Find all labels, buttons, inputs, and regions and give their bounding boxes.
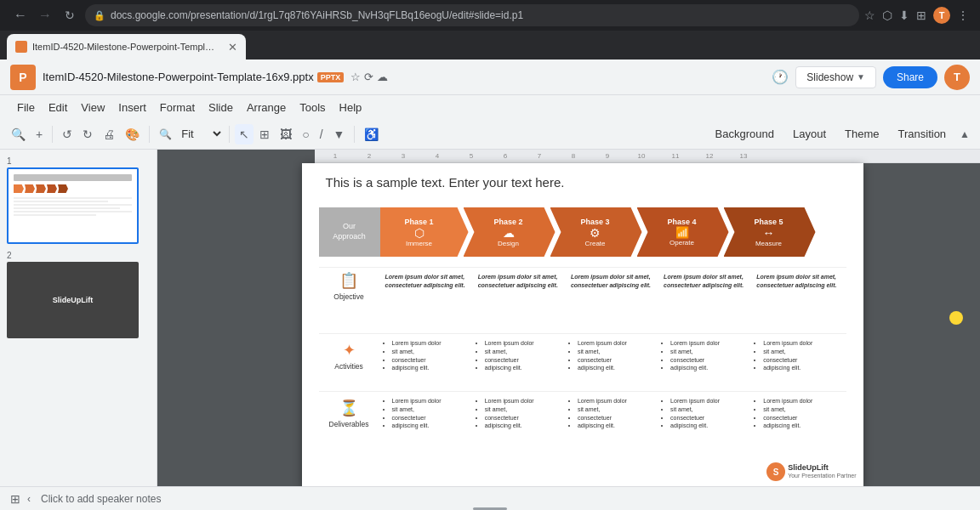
act-cell-5: Lorem ipsum dolorsit amet,consectetuerad… bbox=[754, 337, 846, 374]
phase-5-arrow[interactable]: Phase 5 ↔ Measure bbox=[724, 207, 816, 257]
back-button[interactable]: ← bbox=[10, 5, 31, 26]
app-bar: P ItemID-4520-Milestone-Powerpoint-Templ… bbox=[0, 60, 980, 95]
menu-insert[interactable]: Insert bbox=[111, 99, 153, 116]
tab-close-icon[interactable]: ✕ bbox=[228, 41, 237, 54]
phase-5-label: Phase 5 bbox=[754, 218, 783, 226]
deliverables-row: ⏳ Deliverables Lorem ipsum dolorsit amet… bbox=[319, 391, 846, 432]
slide-number-1: 1 bbox=[7, 156, 150, 166]
transition-btn[interactable]: Transition bbox=[890, 124, 955, 144]
phase-3-arrow[interactable]: Phase 3 ⚙ Create bbox=[550, 207, 642, 257]
slideshow-dropdown-icon[interactable]: ▼ bbox=[857, 72, 865, 82]
slide-number-2: 2 bbox=[7, 251, 150, 260]
extensions-icon[interactable]: ⬡ bbox=[882, 8, 892, 22]
menu-slide[interactable]: Slide bbox=[202, 99, 240, 116]
menu-dots-icon[interactable]: ⋮ bbox=[957, 8, 970, 22]
collapse-toolbar-icon[interactable]: ▲ bbox=[956, 125, 973, 144]
slideshow-button[interactable]: Slideshow ▼ bbox=[795, 66, 876, 88]
redo-btn[interactable]: ↻ bbox=[78, 124, 97, 144]
paint-format-btn[interactable]: 🎨 bbox=[121, 124, 144, 144]
download-icon[interactable]: ⬇ bbox=[899, 8, 909, 22]
bottom-bar: ⊞ ‹ Click to add speaker notes bbox=[0, 486, 980, 510]
refresh-button[interactable]: ↻ bbox=[60, 5, 80, 26]
active-tab[interactable]: ItemID-4520-Milestone-Powerpoint-Templat… bbox=[7, 34, 246, 60]
address-bar[interactable]: 🔒 docs.google.com/presentation/d/1rgL7q8… bbox=[85, 4, 859, 26]
slide-thumb-2[interactable]: 2 SlideUpLift bbox=[7, 251, 150, 338]
activities-row: ✦ Activities Lorem ipsum dolorsit amet,c… bbox=[319, 333, 846, 374]
tab-favicon bbox=[15, 41, 27, 53]
objective-icon: 📋 bbox=[339, 271, 358, 290]
slide-title[interactable]: This is a sample text. Enter your text h… bbox=[326, 175, 846, 190]
print-btn[interactable]: 🖨 bbox=[99, 124, 119, 144]
notes-placeholder[interactable]: Click to add speaker notes bbox=[41, 493, 970, 505]
menu-edit[interactable]: Edit bbox=[42, 99, 74, 116]
image-tool[interactable]: 🖼 bbox=[276, 124, 296, 144]
share-button[interactable]: Share bbox=[883, 66, 937, 88]
forward-button[interactable]: → bbox=[35, 5, 55, 26]
zoom-in-btn[interactable]: 🔍 bbox=[7, 124, 30, 144]
more-tool[interactable]: ▼ bbox=[329, 124, 350, 144]
act-cell-1: Lorem ipsum dolorsit amet,consectetuerad… bbox=[383, 337, 475, 374]
del-cell-1: Lorem ipsum dolorsit amet,consectetuerad… bbox=[383, 395, 475, 432]
layout-btn[interactable]: Layout bbox=[784, 124, 835, 144]
menu-format[interactable]: Format bbox=[153, 99, 202, 116]
del-cell-4: Lorem ipsum dolorsit amet,consectetuerad… bbox=[661, 395, 753, 432]
phase-1-arrow[interactable]: Phase 1 ⬡ Immerse bbox=[377, 207, 469, 257]
slideuplift-logo: S SlideUpLift Your Presentation Partner bbox=[766, 462, 856, 481]
slideshow-label: Slideshow bbox=[806, 71, 853, 83]
act-cell-3: Lorem ipsum dolorsit amet,consectetuerad… bbox=[568, 337, 660, 374]
phase-2-label: Phase 2 bbox=[493, 218, 522, 226]
shape-tool[interactable]: ○ bbox=[298, 124, 313, 144]
phase-1-label: Phase 1 bbox=[404, 218, 433, 226]
line-tool[interactable]: / bbox=[316, 124, 328, 144]
logo-sub: Your Presentation Partner bbox=[788, 473, 856, 479]
app-favicon: P bbox=[10, 65, 36, 90]
zoom-out-btn[interactable]: + bbox=[31, 124, 47, 144]
zoom-btn[interactable]: 🔍 bbox=[155, 125, 176, 144]
history-btn[interactable]: 🕐 bbox=[772, 69, 789, 85]
yellow-dot[interactable] bbox=[949, 311, 963, 325]
activities-text: Activities bbox=[334, 362, 363, 371]
star-icon[interactable]: ☆ bbox=[350, 71, 361, 83]
user-avatar[interactable]: T bbox=[944, 65, 970, 90]
phase-3-sublabel: Create bbox=[584, 240, 605, 247]
zoom-select[interactable]: Fit 50% 75% 100% bbox=[178, 127, 224, 141]
phase-2-sublabel: Design bbox=[498, 240, 519, 247]
menu-arrange[interactable]: Arrange bbox=[240, 99, 293, 116]
bookmark-icon[interactable]: ☆ bbox=[864, 8, 875, 22]
tab-bar: ItemID-4520-Milestone-Powerpoint-Templat… bbox=[0, 31, 980, 60]
main-area: 1 bbox=[0, 150, 980, 486]
menu-help[interactable]: Help bbox=[333, 99, 369, 116]
slide-thumb-1[interactable]: 1 bbox=[7, 156, 150, 244]
obj-cell-3: Lorem ipsum dolor sit amet, consectetuer… bbox=[568, 271, 660, 301]
cursor-tool[interactable]: ↖ bbox=[235, 124, 254, 144]
browser-chrome: ← → ↻ 🔒 docs.google.com/presentation/d/1… bbox=[0, 0, 980, 31]
tab-title: ItemID-4520-Milestone-Powerpoint-Templat… bbox=[32, 42, 219, 52]
menu-view[interactable]: View bbox=[74, 99, 111, 116]
slide-canvas[interactable]: This is a sample text. Enter your text h… bbox=[302, 163, 863, 486]
phase-2-arrow[interactable]: Phase 2 ☁ Design bbox=[464, 207, 556, 257]
del-cell-3: Lorem ipsum dolorsit amet,consectetuerad… bbox=[568, 395, 660, 432]
background-btn[interactable]: Background bbox=[707, 124, 783, 144]
window-icon[interactable]: ⊞ bbox=[916, 8, 926, 22]
act-cell-4: Lorem ipsum dolorsit amet,consectetuerad… bbox=[661, 337, 753, 374]
menu-tools[interactable]: Tools bbox=[293, 99, 332, 116]
phases-container: Phase 1 ⬡ Immerse Phase 2 ☁ Design Phase… bbox=[377, 207, 816, 257]
select-tool[interactable]: ⊞ bbox=[255, 124, 274, 144]
phase-4-arrow[interactable]: Phase 4 📶 Operate bbox=[637, 207, 729, 257]
accessibility-btn[interactable]: ♿ bbox=[360, 124, 383, 144]
history-icon[interactable]: ⟳ bbox=[364, 71, 373, 83]
undo-btn[interactable]: ↺ bbox=[58, 124, 77, 144]
obj-cell-5: Lorem ipsum dolor sit amet, consectetuer… bbox=[754, 271, 846, 301]
del-cell-5: Lorem ipsum dolorsit amet,consectetuerad… bbox=[754, 395, 846, 432]
app-title-text: ItemID-4520-Milestone-Powerpoint-Templat… bbox=[43, 71, 314, 83]
collapse-panel-icon[interactable]: ‹ bbox=[27, 493, 31, 505]
obj-cell-1: Lorem ipsum dolor sit amet, consectetuer… bbox=[383, 271, 475, 301]
canvas-area: 1 2 3 4 5 6 7 8 9 10 11 12 13 123456 Thi… bbox=[157, 150, 980, 486]
our-approach-box: OurApproach bbox=[319, 207, 380, 257]
profile-icon[interactable]: T bbox=[933, 7, 950, 24]
grid-view-btn[interactable]: ⊞ bbox=[10, 492, 20, 506]
menu-file[interactable]: File bbox=[10, 99, 42, 116]
theme-btn[interactable]: Theme bbox=[836, 124, 887, 144]
phase-3-label: Phase 3 bbox=[580, 218, 609, 226]
cloud-icon[interactable]: ☁ bbox=[377, 71, 388, 83]
